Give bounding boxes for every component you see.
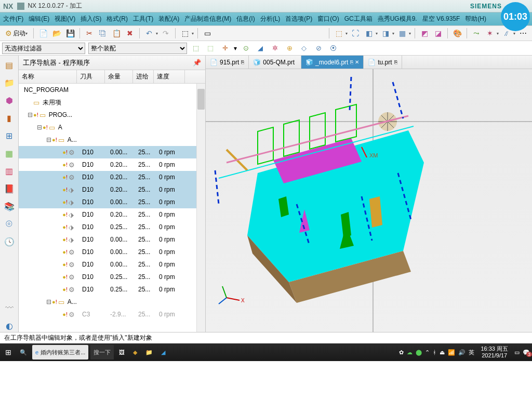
tree-row[interactable]: ⊟●!▭A... <box>19 134 205 146</box>
rail-sheet-icon[interactable]: ▥ <box>3 165 16 177</box>
rail-books-icon[interactable]: 📚 <box>3 200 16 212</box>
tray-flower-icon[interactable]: ✿ <box>399 349 404 356</box>
task-img[interactable]: 🖼 <box>116 345 128 360</box>
rail-history-icon[interactable]: ▦ <box>3 147 16 159</box>
rail-wifi-icon[interactable]: ⦾ <box>3 218 16 230</box>
selection-filter[interactable]: 无选择过滤器 <box>2 43 85 54</box>
tree-row[interactable]: ●!⚙D100.00...25...0 rpm <box>19 258 205 271</box>
assembly-filter[interactable]: 整个装配 <box>88 43 187 54</box>
rail-nav-icon[interactable]: ▤ <box>3 59 16 71</box>
tree-row[interactable]: ●!⬗D100.25...25...0 rpm <box>19 221 205 233</box>
curve1-icon[interactable]: ⤳ <box>471 28 482 39</box>
render-icon[interactable]: ▦ <box>396 28 408 39</box>
tab-3[interactable]: 📄tu.prt⎘ <box>364 56 402 69</box>
open-icon[interactable]: 📂 <box>51 28 62 39</box>
menu-view[interactable]: 视图(V) <box>55 14 75 24</box>
task-nx[interactable]: ◆ <box>130 345 140 360</box>
col-speed[interactable]: 速度 <box>154 70 185 83</box>
tree-row[interactable]: ●!⬗D100.20...25...0 rpm <box>19 208 205 221</box>
filter-btn1[interactable]: ⬚ <box>190 43 202 54</box>
color-icon[interactable]: 🎨 <box>451 28 463 39</box>
menu-analysis[interactable]: 分析(L) <box>260 14 281 24</box>
snap-int-icon[interactable]: ✲ <box>269 43 281 54</box>
tree-row[interactable]: ●!⚙D100.00...25...0 rpm <box>19 246 205 258</box>
col-feed[interactable]: 进给 <box>133 70 154 83</box>
tray-360-icon[interactable]: ⬤ <box>416 349 422 356</box>
rail-book-icon[interactable]: 📕 <box>3 182 16 195</box>
menu-xingkong[interactable]: 星空 V6.935F <box>422 14 460 24</box>
tree-row[interactable]: ●!⚙D100.00...25...0 rpm <box>19 146 205 158</box>
tree-row[interactable]: ⊟●!▭PROG... <box>19 109 205 121</box>
rail-tree-icon[interactable]: ⊞ <box>3 129 16 142</box>
search-win[interactable]: 🔍 <box>17 345 30 360</box>
menu-pmi[interactable]: 产品制造信息(M) <box>184 14 231 24</box>
3d-viewport[interactable]: XM X <box>206 69 532 332</box>
filter-btn2[interactable]: ⬚ <box>205 43 216 54</box>
copy-icon[interactable]: ⿻ <box>97 28 109 39</box>
tree-row[interactable]: ●!⚙D100.25...25...0 rpm <box>19 271 205 283</box>
menu-window[interactable]: 窗口(O) <box>317 14 339 24</box>
browser-task[interactable]: e婚内转账第三者... <box>32 345 88 360</box>
menu-gc[interactable]: GC工具箱 <box>344 14 373 24</box>
tray-wechat-icon[interactable]: ☁ <box>407 349 413 356</box>
scrollbar[interactable] <box>196 84 205 332</box>
cube1-icon[interactable]: ◧ <box>363 28 375 39</box>
rail-toggle-icon[interactable]: 〰 <box>3 302 16 314</box>
tree-row[interactable]: ●!⚙D100.20...25...0 rpm <box>19 158 205 171</box>
menu-help[interactable]: 帮助(H) <box>465 14 486 24</box>
undo-icon[interactable]: ↶ <box>143 28 155 39</box>
filter-btn3[interactable]: ✛ <box>219 43 231 54</box>
start-menu[interactable]: ⊞ <box>2 345 15 360</box>
tree-row[interactable]: NC_PROGRAM <box>19 84 205 96</box>
wcs1-icon[interactable]: ◩ <box>419 28 430 39</box>
cube2-icon[interactable]: ◨ <box>380 28 391 39</box>
task-chat[interactable]: ◢ <box>158 345 168 360</box>
tray-vol-icon[interactable]: 🔊 <box>458 349 466 356</box>
rail-collapse-icon[interactable]: ◐ <box>3 320 16 332</box>
rail-mfg-icon[interactable]: ▮ <box>3 112 16 124</box>
tab-0[interactable]: 📄915.prt⎘ <box>206 56 249 69</box>
tree-row[interactable]: ⊟●!▭A <box>19 121 205 134</box>
cut-icon[interactable]: ✂ <box>84 28 95 39</box>
task-explorer[interactable]: 📁 <box>142 345 156 360</box>
rail-reuse-icon[interactable]: ⬢ <box>3 94 16 107</box>
obj-display-icon[interactable]: ▭ <box>202 28 213 39</box>
delete-icon[interactable]: ✖ <box>124 28 136 39</box>
menu-prefs[interactable]: 首选项(P) <box>285 14 312 24</box>
pin-icon[interactable]: 📌 <box>193 59 201 66</box>
col-remain[interactable]: 余量 <box>105 70 133 83</box>
tree-row[interactable]: ⊟●!▭A... <box>19 296 205 308</box>
tray-up-icon[interactable]: ⌃ <box>425 349 430 356</box>
snap-center-icon[interactable]: ⊕ <box>284 43 295 54</box>
menu-format[interactable]: 格式(R) <box>107 14 128 24</box>
menu-insert[interactable]: 插入(S) <box>81 14 101 24</box>
redo-icon[interactable]: ↷ <box>160 28 171 39</box>
tab-2[interactable]: 🧊_model6.prt⎘ ✕ <box>301 56 364 69</box>
start-button[interactable]: ⚙启动▾ <box>3 28 30 39</box>
curve2-icon[interactable]: ✶ <box>484 28 496 39</box>
touch-icon[interactable]: ⬚ <box>179 28 191 39</box>
tree-row[interactable]: ●!⚙D100.25...25...0 rpm <box>19 283 205 296</box>
menu-edit[interactable]: 编辑(E) <box>29 14 49 24</box>
tab-1[interactable]: 🧊005-QM.prt <box>249 56 301 69</box>
menu-assembly[interactable]: 装配(A) <box>158 14 179 24</box>
rail-clock-icon[interactable]: 🕓 <box>3 235 16 248</box>
tree-row[interactable]: ●!⬗D100.00...25...0 rpm <box>19 233 205 246</box>
tray-usb-icon[interactable]: ⏏ <box>440 349 445 356</box>
menu-file[interactable]: 文件(F) <box>3 14 23 24</box>
snap-curve-icon[interactable]: ⦿ <box>327 43 339 54</box>
snap-point-icon[interactable]: ⊙ <box>240 43 251 54</box>
snap-quad-icon[interactable]: ◇ <box>298 43 310 54</box>
tree-row[interactable]: ●!⚙D100.20...25...0 rpm <box>19 171 205 183</box>
tree-row[interactable]: ●!⬗D100.20...25...0 rpm <box>19 183 205 196</box>
col-name[interactable]: 名称 <box>19 70 77 83</box>
save-icon[interactable]: 💾 <box>64 28 76 39</box>
sel-window-icon[interactable]: ⬚ <box>333 28 344 39</box>
tree-row[interactable]: ●!⬗D100.00...25...0 rpm <box>19 196 205 208</box>
wcs2-icon[interactable]: ◪ <box>432 28 444 39</box>
menu-tools[interactable]: 工具(T) <box>133 14 153 24</box>
zoom-fit-icon[interactable]: ⛶ <box>350 28 361 39</box>
col-tool[interactable]: 刀具 <box>77 70 105 83</box>
tray-note-icon[interactable]: ▭ <box>514 349 520 356</box>
snap-tan-icon[interactable]: ⊘ <box>313 43 324 54</box>
